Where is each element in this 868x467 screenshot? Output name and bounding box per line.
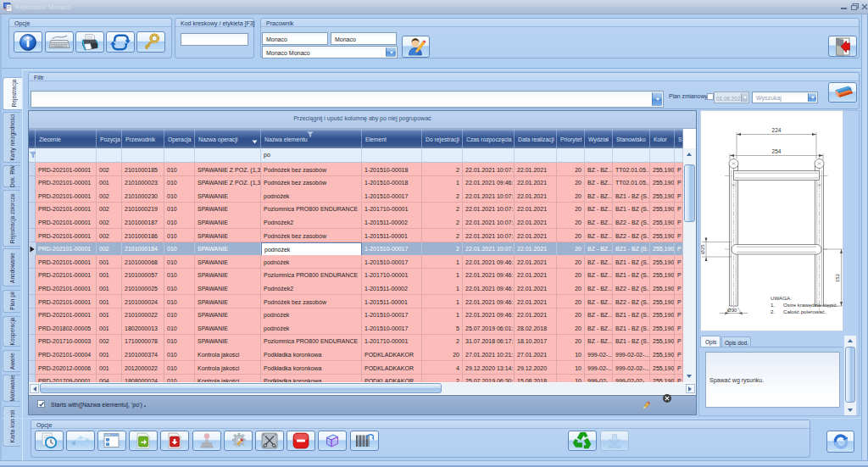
svg-text:Ø30: Ø30 <box>727 308 737 313</box>
svg-text:Ø25: Ø25 <box>701 244 705 254</box>
svg-text:UWAGA:: UWAGA: <box>771 295 792 301</box>
svg-text:Ostre krawędzie stępić.: Ostre krawędzie stępić. <box>783 302 838 308</box>
svg-text:Całość polerować.: Całość polerować. <box>783 309 826 314</box>
svg-text:254: 254 <box>772 148 782 154</box>
svg-text:2.: 2. <box>771 309 775 314</box>
svg-text:224: 224 <box>772 127 782 133</box>
svg-text:1.: 1. <box>771 302 775 308</box>
svg-text:152: 152 <box>835 273 840 282</box>
